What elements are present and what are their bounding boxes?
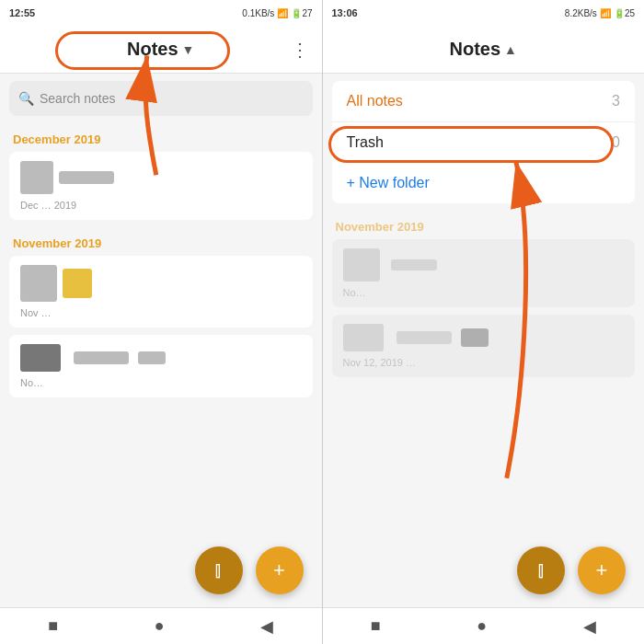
nav-back-left[interactable]: ◀ (260, 616, 273, 637)
data-speed-right: 8.2KB/s (565, 8, 597, 18)
note-thumb-1 (20, 161, 53, 194)
note-thumb-2a (20, 265, 57, 302)
time-right: 13:06 (332, 7, 358, 18)
section-label-nov: November 2019 (0, 227, 322, 256)
folders-section: All notes 3 Trash 0 + New folder (332, 81, 636, 203)
dimmed-notes-right: November 2019 No… Nov 12, 2019 … (323, 211, 645, 534)
note-date-3: No… (20, 377, 302, 388)
note-thumb-r2b (397, 331, 452, 344)
trash-count: 0 (612, 134, 620, 151)
bottom-buttons-right: ⫿ + (323, 534, 645, 607)
battery-left: 🔋27 (291, 8, 312, 18)
signal-icon-right: 📶 (600, 8, 611, 18)
data-speed-left: 0.1KB/s (242, 8, 274, 18)
nav-back-right[interactable]: ◀ (583, 616, 596, 637)
search-bar-left[interactable]: 🔍 Search notes (9, 81, 313, 116)
trash-row-wrap: Trash 0 (332, 122, 636, 163)
nav-bar-right: ■ ● ◀ (323, 607, 645, 644)
note-thumb-3a (20, 344, 61, 372)
note-date-1: Dec … 2019 (20, 200, 302, 211)
app-header-left: Notes ▼ ⋮ (0, 26, 322, 74)
section-label-nov-right: November 2019 (323, 211, 645, 239)
app-title-left: Notes (127, 39, 178, 60)
note-card-rnov2: Nov 12, 2019 … (332, 315, 636, 377)
nav-bar-left: ■ ● ◀ (0, 607, 322, 644)
signal-icon-left: 📶 (277, 8, 288, 18)
all-notes-label: All notes (347, 93, 403, 109)
add-fab-right[interactable]: + (578, 546, 626, 594)
note-thumb-3c (138, 351, 166, 364)
search-icon-left: 🔍 (18, 91, 34, 106)
status-icons-right: 8.2KB/s 📶 🔋25 (565, 8, 635, 18)
battery-right: 🔋25 (614, 8, 635, 18)
trash-label: Trash (347, 134, 384, 151)
add-icon-right: + (596, 558, 608, 582)
audio-fab-right[interactable]: ⫿ (517, 546, 565, 594)
dropdown-arrow-right[interactable]: ▲ (504, 42, 517, 57)
add-icon-left: + (273, 558, 285, 582)
note-card-nov2[interactable]: No… (9, 335, 313, 397)
right-panel: 13:06 8.2KB/s 📶 🔋25 Notes ▲ All notes 3 … (323, 0, 645, 644)
note-date-2: Nov … (20, 307, 302, 318)
nav-circle-left[interactable]: ● (155, 616, 165, 636)
note-thumb-3b (74, 351, 129, 364)
add-fab-left[interactable]: + (256, 546, 304, 594)
new-folder-row[interactable]: + New folder (332, 163, 636, 203)
header-title-wrap-left[interactable]: Notes ▼ (127, 39, 194, 60)
nav-square-left[interactable]: ■ (48, 616, 58, 636)
status-icons-left: 0.1KB/s 📶 🔋27 (242, 8, 312, 18)
note-date-r2: Nov 12, 2019 … (343, 357, 625, 368)
section-label-dec: December 2019 (0, 123, 322, 152)
app-header-right: Notes ▲ (323, 26, 645, 74)
note-card-rnov1: No… (332, 239, 636, 307)
nav-square-right[interactable]: ■ (371, 616, 381, 636)
dropdown-arrow-left[interactable]: ▼ (182, 42, 195, 57)
bottom-buttons-left: ⫿ + (0, 534, 322, 607)
note-thumb-r2a (343, 324, 384, 351)
left-panel: 12:55 0.1KB/s 📶 🔋27 Notes ▼ ⋮ 🔍 Search n… (0, 0, 322, 644)
note-text-r1 (391, 259, 437, 270)
more-button-left[interactable]: ⋮ (291, 39, 309, 61)
note-thumb-2b (63, 269, 92, 298)
app-title-right: Notes (450, 39, 501, 60)
search-placeholder-left: Search notes (40, 91, 116, 106)
audio-icon-right: ⫿ (536, 558, 546, 582)
note-card-dec1[interactable]: Dec … 2019 (9, 152, 313, 220)
time-left: 12:55 (9, 7, 35, 18)
header-title-wrap-right[interactable]: Notes ▲ (450, 39, 517, 60)
note-card-nov1[interactable]: Nov … (9, 256, 313, 328)
note-date-r1: No… (343, 287, 625, 298)
audio-icon-left: ⫿ (213, 558, 224, 582)
note-thumb-r2c (461, 328, 489, 347)
all-notes-row[interactable]: All notes 3 (332, 81, 636, 122)
note-text-1 (59, 171, 114, 184)
status-bar-left: 12:55 0.1KB/s 📶 🔋27 (0, 0, 322, 26)
audio-fab-left[interactable]: ⫿ (195, 546, 243, 594)
trash-row[interactable]: Trash 0 (332, 122, 636, 163)
nav-circle-right[interactable]: ● (477, 616, 487, 636)
new-folder-label: + New folder (347, 175, 430, 191)
note-thumb-r1 (343, 248, 380, 282)
notes-content-left: December 2019 Dec … 2019 November 2019 N… (0, 123, 322, 534)
all-notes-count: 3 (612, 93, 620, 109)
status-bar-right: 13:06 8.2KB/s 📶 🔋25 (323, 0, 645, 26)
